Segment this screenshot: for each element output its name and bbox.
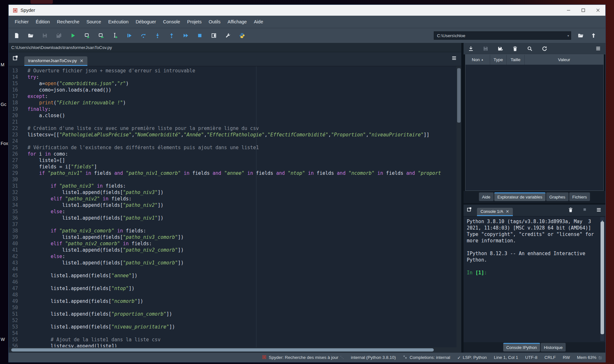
editor-options-icon[interactable] xyxy=(451,55,457,62)
refresh-variables-button[interactable] xyxy=(542,46,547,52)
python-env-button[interactable] xyxy=(239,33,245,38)
line-number: 31 xyxy=(9,183,18,189)
console-tab[interactable]: Console 1/A ✕ xyxy=(477,208,513,216)
code-line: 54 xyxy=(9,330,456,336)
console-tab-historique[interactable]: Historique xyxy=(541,343,566,352)
close-icon[interactable]: ✕ xyxy=(506,209,509,214)
run-selection-button[interactable] xyxy=(112,33,118,38)
parent-directory-button[interactable] xyxy=(591,33,596,38)
interrupt-kernel-icon[interactable] xyxy=(582,207,587,214)
new-file-button[interactable] xyxy=(14,33,20,38)
menu-fichier[interactable]: Fichier xyxy=(11,16,32,28)
remove-variables-button[interactable] xyxy=(512,46,518,52)
pane-tab-aide[interactable]: Aide xyxy=(479,192,494,201)
pane-tab-explorateur-de-variables[interactable]: Explorateur de variables xyxy=(494,192,545,201)
line-number: 47 xyxy=(9,285,18,292)
menu-console[interactable]: Console xyxy=(159,16,183,28)
editor-tab[interactable]: transformerJsanToCsv.py ✕ xyxy=(24,56,87,66)
working-directory-input[interactable] xyxy=(434,31,571,40)
save-all-button[interactable] xyxy=(56,33,62,38)
run-cell-advance-button[interactable] xyxy=(98,33,104,38)
debug-file-button[interactable] xyxy=(126,33,132,38)
line-number: 33 xyxy=(9,196,18,202)
console-pane: Console 1/A ✕ Python 3.8.10 (tags/v3.8.1… xyxy=(464,205,605,352)
column-header-valeur[interactable]: Valeur xyxy=(525,55,603,65)
save-data-as-button[interactable] xyxy=(497,46,503,52)
code-line: 51 liste1.append(fields["proportion_como… xyxy=(9,311,456,317)
code-line: 40 elif "patho_niv2_comorb" in fields: xyxy=(9,240,456,247)
column-header-non[interactable]: Non▲ xyxy=(465,55,490,65)
menu-projets[interactable]: Projets xyxy=(184,16,205,28)
maximize-button[interactable] xyxy=(576,5,591,16)
console-output-line: Python 3.8.10 (tags/v3.8.10:3d8993a, May… xyxy=(467,218,598,225)
editor-vertical-scrollbar[interactable] xyxy=(456,66,461,347)
pane-splitter[interactable] xyxy=(461,43,464,352)
column-header-type[interactable]: Type xyxy=(490,55,507,65)
close-button[interactable] xyxy=(591,5,605,16)
menu-source[interactable]: Source xyxy=(83,16,105,28)
browse-tabs-icon[interactable] xyxy=(12,55,18,62)
status-encoding: UTF-8 xyxy=(525,355,537,360)
run-file-button[interactable] xyxy=(70,33,76,38)
ipython-console[interactable]: Python 3.8.10 (tags/v3.8.10:3d8993a, May… xyxy=(464,216,605,342)
chevron-down-icon[interactable]: ▾ xyxy=(566,34,571,37)
stop-debug-button[interactable] xyxy=(197,33,203,38)
continue-execution-button[interactable] xyxy=(183,33,189,38)
options-menu-icon[interactable] xyxy=(596,207,602,214)
menu-deboguer[interactable]: Déboguer xyxy=(132,16,160,28)
menu-outils[interactable]: Outils xyxy=(205,16,224,28)
step-over-button[interactable] xyxy=(141,33,146,38)
code-line: 52 xyxy=(9,317,456,324)
save-button[interactable] xyxy=(42,33,48,38)
browse-directory-button[interactable] xyxy=(578,33,584,38)
menu-aide[interactable]: Aide xyxy=(250,16,267,28)
menu-affichage[interactable]: Affichage xyxy=(224,16,250,28)
status-lsp: ✓ LSP: Python xyxy=(457,355,487,360)
step-out-button[interactable] xyxy=(169,33,174,38)
pane-tab-graphes[interactable]: Graphes xyxy=(546,192,569,201)
options-menu-icon[interactable] xyxy=(595,46,601,53)
step-into-button[interactable] xyxy=(155,33,160,38)
line-number: 26 xyxy=(9,151,18,157)
pane-tab-fichiers[interactable]: Fichiers xyxy=(569,192,590,201)
working-directory-box: ▾ xyxy=(434,31,605,40)
code-line: 39 liste1.append(fields["patho_niv3_como… xyxy=(9,234,456,240)
console-tab-console-ipython[interactable]: Console IPython xyxy=(503,343,540,352)
line-number: 54 xyxy=(9,330,18,336)
column-header-taille[interactable]: Taille xyxy=(507,55,525,65)
scrollbar-thumb[interactable] xyxy=(601,222,604,334)
menu-execution[interactable]: Exécution xyxy=(105,16,132,28)
desktop-icon-label: W xyxy=(1,337,5,342)
scrollbar-thumb[interactable] xyxy=(11,348,434,352)
code-line: 41 liste1.append(fields["patho_niv2_como… xyxy=(9,247,456,253)
line-number: 46 xyxy=(9,279,18,285)
remove-all-variables-icon[interactable] xyxy=(568,207,573,214)
search-variables-button[interactable] xyxy=(527,46,533,52)
save-data-button[interactable] xyxy=(483,46,489,52)
editor-horizontal-scrollbar[interactable] xyxy=(9,347,461,352)
line-number: 50 xyxy=(9,304,18,311)
maximize-pane-button[interactable] xyxy=(211,33,217,38)
code-line: 34 liste1.append(fields["patho_niv2"]) xyxy=(9,202,456,208)
open-file-button[interactable] xyxy=(28,33,34,38)
console-tabbar: Console 1/A ✕ xyxy=(464,205,605,216)
scrollbar-thumb[interactable] xyxy=(457,68,461,123)
line-number: 20 xyxy=(9,112,18,119)
import-data-button[interactable] xyxy=(468,46,474,52)
line-number: 42 xyxy=(9,253,18,260)
browse-tabs-icon[interactable] xyxy=(467,207,472,213)
code-editor[interactable]: 13# Ouverture fichier json + message d'e… xyxy=(9,66,461,347)
close-icon[interactable]: ✕ xyxy=(80,58,84,63)
breadcrumb: C:\Users\chloe\Downloads\transformerJsan… xyxy=(9,43,461,52)
menu-edition[interactable]: Édition xyxy=(32,16,53,28)
line-number: 49 xyxy=(9,298,18,304)
menu-recherche[interactable]: Recherche xyxy=(53,16,83,28)
preferences-button[interactable] xyxy=(225,33,231,38)
line-number: 21 xyxy=(9,119,18,125)
resize-grip[interactable] xyxy=(598,355,602,360)
run-cell-button[interactable] xyxy=(84,33,90,38)
console-output-line: 2021, 11:48:03) [MSC v.1928 64 bit (AMD6… xyxy=(467,225,598,231)
console-vertical-scrollbar[interactable]: ▲ xyxy=(600,217,604,341)
spinner-icon: ⋱ xyxy=(340,355,344,360)
minimize-button[interactable] xyxy=(561,5,576,16)
